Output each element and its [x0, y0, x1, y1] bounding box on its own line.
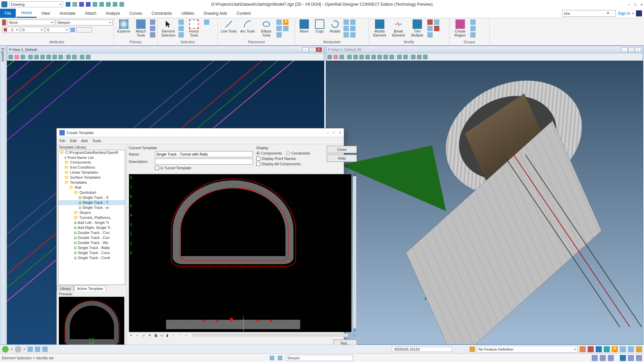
ungroup-icon[interactable] — [470, 26, 476, 31]
dialog-min-icon[interactable]: — — [326, 130, 329, 135]
linestyle-dropdown[interactable]: 0 — [21, 27, 44, 33]
extend-icon[interactable] — [427, 26, 433, 31]
cell-icon[interactable] — [283, 26, 288, 31]
scroll-up-icon[interactable]: ▴ — [352, 172, 357, 176]
is-tunnel-checkbox[interactable] — [155, 166, 159, 170]
color-swatch[interactable] — [2, 19, 6, 25]
toggle1-icon[interactable] — [580, 346, 586, 352]
rotate-button[interactable]: Rotate — [328, 19, 342, 34]
tab-library[interactable]: Library — [57, 286, 74, 291]
gtb-left-icon[interactable]: ← — [184, 334, 188, 337]
graph-scrollbar-v[interactable] — [353, 176, 356, 328]
display-style-icon[interactable] — [333, 55, 338, 59]
nav-tool2-icon[interactable] — [35, 347, 40, 352]
zoom-in-icon[interactable] — [28, 55, 33, 59]
view-attributes-icon[interactable] — [8, 55, 13, 59]
locks-icon[interactable] — [278, 356, 282, 360]
scale-icon[interactable] — [343, 19, 349, 25]
clip-volume-icon[interactable] — [86, 55, 91, 59]
feature-none-dropdown[interactable]: None — [7, 19, 54, 25]
help-button[interactable]: Help — [327, 155, 357, 162]
menu-file[interactable]: File — [59, 139, 65, 143]
transparency-icon[interactable] — [70, 27, 75, 32]
view1-titlebar[interactable]: ▾ View 1, Default —☐✕ — [7, 46, 324, 53]
group-icon[interactable] — [470, 19, 476, 25]
menu-add[interactable]: Add — [81, 139, 88, 143]
gtb-box-icon[interactable]: ▭ — [160, 334, 164, 337]
zoom-in-icon[interactable] — [347, 55, 352, 59]
trim-multiple-button[interactable]: Trim Multiple — [409, 19, 426, 37]
tree-node[interactable]: Single Track - w — [58, 205, 125, 210]
view-toggle-icon[interactable]: ▾ — [9, 47, 11, 52]
close-button[interactable]: Close — [327, 146, 357, 153]
select-none-icon[interactable] — [178, 26, 184, 31]
chamfer-icon[interactable] — [434, 19, 439, 25]
gtb-dn-icon[interactable]: ↓ — [178, 334, 182, 337]
explorer-button[interactable]: Explorer — [116, 19, 132, 34]
tab-curves[interactable]: Curves — [125, 9, 147, 18]
open-icon[interactable] — [72, 2, 77, 7]
zoom-out-icon[interactable] — [34, 55, 39, 59]
fence-tools-button[interactable]: Fence Tools — [185, 19, 203, 37]
tree-node[interactable]: C:\ProgramData\Bentley\OpenR — [58, 150, 125, 155]
sb-icon-2[interactable] — [600, 355, 606, 361]
feature-definition-dropdown[interactable]: No Feature Definition — [477, 346, 578, 353]
dialog-close-icon[interactable]: ✕ — [339, 130, 341, 135]
toggle-text-icon[interactable]: A — [612, 346, 618, 352]
save-icon[interactable] — [79, 2, 84, 7]
tree-node[interactable]: Single Track - Conc — [58, 250, 125, 255]
clip-volume-icon[interactable] — [417, 55, 422, 59]
pan-icon[interactable] — [371, 55, 376, 59]
move-button[interactable]: Move — [297, 19, 311, 34]
mirror-icon[interactable] — [343, 26, 349, 31]
weight-dropdown[interactable]: 0 — [46, 27, 69, 33]
close-icon[interactable]: ✕ — [640, 2, 643, 7]
view-previous-icon[interactable] — [397, 55, 402, 59]
window-area-icon[interactable] — [46, 55, 51, 59]
view1-min-icon[interactable]: — — [303, 47, 309, 52]
sb-icon-3[interactable] — [608, 355, 614, 361]
lock-icon[interactable]: 🔒 — [636, 346, 642, 352]
modify-element-button[interactable]: Modify Element — [371, 19, 388, 37]
tab-utilities[interactable]: Utilities — [177, 9, 199, 18]
graphic-group-icon[interactable] — [470, 32, 476, 38]
nav-tool3-icon[interactable] — [42, 347, 48, 352]
adjust-icon[interactable] — [339, 55, 344, 59]
tree-node[interactable]: Add Right- Single Tr — [58, 225, 125, 230]
pan-icon[interactable] — [52, 55, 57, 59]
walk-icon[interactable] — [377, 55, 382, 59]
levels-icon[interactable] — [150, 32, 155, 38]
tab-home[interactable]: Home — [16, 9, 37, 18]
toggle3-icon[interactable] — [596, 346, 602, 352]
references-icon[interactable] — [150, 26, 155, 31]
sb-icon-4[interactable] — [620, 355, 626, 361]
gtb-fit-icon[interactable]: ⤢ — [142, 334, 146, 337]
tree-node[interactable]: Single Track - T — [58, 200, 125, 205]
radio-components[interactable] — [256, 152, 260, 155]
gtb-up-icon[interactable]: ↑ — [172, 334, 176, 337]
camera-icon[interactable] — [423, 55, 428, 59]
select-all-icon[interactable] — [178, 19, 184, 25]
line-tools-button[interactable]: Line Tools — [220, 19, 237, 34]
template-desc-input[interactable] — [155, 159, 253, 165]
delete-vertex-icon[interactable] — [434, 26, 439, 31]
tab-drawing-aids[interactable]: Drawing Aids — [199, 9, 232, 18]
tree-node[interactable]: Components — [58, 160, 125, 165]
view2-min-icon[interactable]: — — [622, 47, 628, 52]
gtb-grid-icon[interactable]: ▦ — [154, 334, 158, 337]
sb-icon-5[interactable] — [628, 355, 634, 361]
minimize-icon[interactable]: — — [628, 2, 630, 7]
toggle4-icon[interactable] — [604, 346, 610, 352]
template-name-input[interactable] — [155, 151, 253, 157]
align-icon[interactable] — [350, 19, 356, 25]
view1-max-icon[interactable]: ☐ — [309, 47, 315, 52]
place-text-icon[interactable]: A — [283, 19, 288, 25]
break-element-button[interactable]: Break Element — [390, 19, 407, 37]
ellipse-tools-button[interactable]: Ellipse Tools — [258, 19, 275, 37]
tree-node[interactable]: Tunnels, Platforms, — [58, 215, 125, 220]
gtb-sub-icon[interactable]: − — [136, 334, 140, 337]
copy-button[interactable]: Copy — [313, 19, 327, 34]
tree-node[interactable]: Single Track - Balla — [58, 245, 125, 250]
tab-active-template[interactable]: Active Template — [74, 286, 106, 291]
view2-max-icon[interactable]: ☐ — [628, 47, 634, 52]
